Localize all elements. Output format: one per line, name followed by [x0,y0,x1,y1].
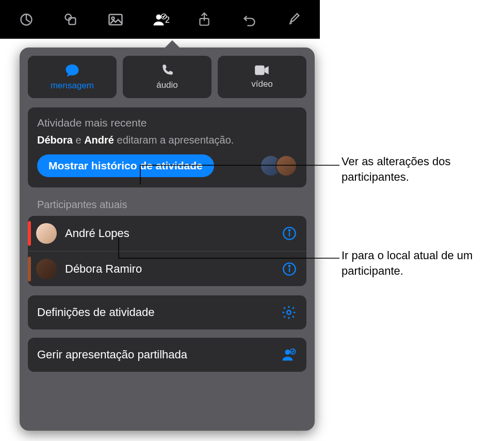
share-icon[interactable] [189,4,220,35]
collaborate-icon [281,346,297,363]
video-tab-label: vídeo [251,79,273,89]
gear-icon [281,304,297,321]
presence-indicator [28,221,31,246]
video-tab[interactable]: vídeo [218,56,306,98]
avatar [36,259,57,279]
svg-point-4 [111,17,114,20]
participant-row[interactable]: Débora Ramiro [28,251,306,286]
svg-point-5 [156,14,161,20]
shapes-icon[interactable] [55,4,86,35]
activity-person1: Débora [37,134,73,146]
callout-text-2: Ir para o local atual de um participante… [342,248,496,278]
participant-name: André Lopes [65,227,281,240]
chart-icon[interactable] [11,4,42,35]
collaboration-popover: mensagem áudio vídeo Atividade mais rece… [20,48,315,431]
info-icon[interactable] [281,225,298,242]
photo-icon[interactable] [100,4,131,35]
undo-icon[interactable] [234,4,265,35]
activity-settings-button[interactable]: Definições de atividade [28,295,306,329]
presence-indicator [28,257,31,281]
svg-point-14 [289,265,290,266]
audio-tab[interactable]: áudio [123,56,212,98]
show-activity-history-button[interactable]: Mostrar histórico de atividade [37,154,214,177]
callout-text-1: Ver as alterações dos participantes. [342,154,491,184]
app-toolbar: 2 [0,0,320,39]
collaborate-button[interactable]: 2 [144,4,175,35]
collaborator-count: 2 [165,15,170,25]
format-brush-icon[interactable] [278,4,309,35]
svg-rect-8 [255,66,264,75]
activity-settings-label: Definições de atividade [37,306,154,319]
avatar [275,155,297,177]
svg-point-11 [289,230,290,231]
manage-shared-button[interactable]: Gerir apresentação partilhada [28,338,306,372]
svg-point-16 [285,350,290,355]
recent-activity-panel: Atividade mais recente Débora e André ed… [28,107,306,187]
recent-activity-title: Atividade mais recente [37,117,297,129]
activity-avatars [260,155,297,177]
message-tab[interactable]: mensagem [28,56,117,98]
participant-name: Débora Ramiro [65,262,281,276]
svg-rect-1 [69,18,76,24]
participants-list: André Lopes Débora Ramiro [28,216,306,286]
activity-person2: André [84,134,114,146]
participants-section-label: Participantes atuais [28,197,306,216]
message-tab-label: mensagem [51,81,94,91]
svg-point-15 [287,310,291,314]
communication-tabs: mensagem áudio vídeo [28,56,306,98]
audio-tab-label: áudio [156,80,178,90]
manage-shared-label: Gerir apresentação partilhada [37,348,187,361]
avatar [36,223,57,244]
participant-row[interactable]: André Lopes [28,216,306,251]
info-icon[interactable] [281,260,298,278]
activity-summary: Débora e André editaram a apresentação. [37,134,297,146]
